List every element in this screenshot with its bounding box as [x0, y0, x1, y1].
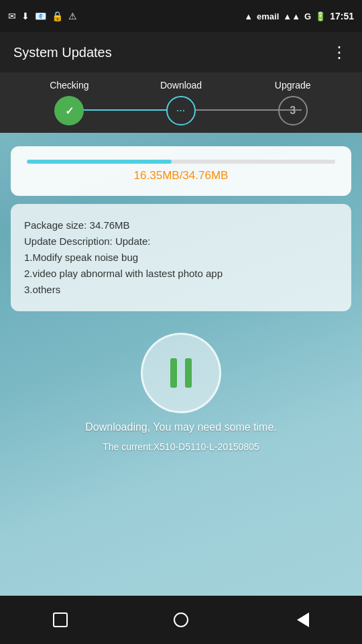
pause-icon: [170, 358, 192, 388]
info-text: Package size: 34.76MB Update Description…: [24, 217, 338, 298]
pause-bar-right: [185, 358, 192, 388]
wifi-icon: ▲: [244, 11, 253, 21]
nav-bar: [0, 596, 362, 644]
step-checking-circle: ✓: [54, 96, 84, 125]
battery-icon: 🔋: [315, 11, 326, 21]
more-menu-button[interactable]: ⋮: [331, 43, 349, 62]
step-download-circle: ···: [166, 96, 196, 125]
step-download-icon: ···: [176, 106, 185, 115]
signal-icon: ▲▲: [283, 11, 300, 21]
nav-back-button[interactable]: [287, 605, 316, 635]
step-upgrade: Upgrade 3: [237, 80, 349, 125]
step-upgrade-circle: 3: [278, 96, 308, 125]
current-version: The current:X510-D5110-L-20150805: [103, 441, 259, 452]
back-icon: [297, 612, 309, 627]
time-display: 17:51: [330, 11, 354, 21]
step-upgrade-label: Upgrade: [275, 80, 311, 91]
g-icon: G: [304, 11, 311, 21]
page-title: System Updates: [13, 45, 112, 60]
step-upgrade-icon: 3: [290, 105, 296, 117]
status-right-icons: ▲ email ▲▲ G 🔋 17:51: [244, 11, 354, 21]
header: System Updates ⋮: [0, 32, 362, 72]
progress-bar-track: [27, 160, 335, 164]
pause-button[interactable]: [141, 333, 221, 413]
email-icon: 📧: [35, 11, 46, 21]
pause-bar-left: [170, 358, 177, 388]
step-checking-label: Checking: [50, 80, 88, 91]
info-card: Package size: 34.76MB Update Description…: [11, 204, 351, 311]
step-download-label: Download: [160, 80, 202, 91]
message-icon: ✉: [8, 11, 16, 21]
square-icon: [53, 612, 68, 627]
downloading-message: Downloading, You may need some time.: [85, 421, 277, 433]
nav-home-button[interactable]: [166, 605, 196, 635]
nav-square-button[interactable]: [46, 605, 75, 635]
progress-card: 16.35MB/34.76MB: [11, 146, 351, 196]
warning-icon: ⚠: [68, 11, 77, 21]
progress-bar-fill: [27, 160, 172, 164]
progress-text: 16.35MB/34.76MB: [134, 169, 229, 182]
step-checking: Checking ✓: [13, 80, 125, 125]
steps-container: Checking ✓ Download ··· Upgrade 3: [0, 72, 362, 133]
network-label: email: [257, 11, 279, 21]
download-icon: ⬇: [21, 11, 29, 21]
lock-icon: 🔒: [52, 11, 63, 21]
status-left-icons: ✉ ⬇ 📧 🔒 ⚠: [8, 11, 77, 21]
step-download: Download ···: [125, 80, 237, 125]
step-checking-icon: ✓: [65, 105, 74, 117]
status-bar: ✉ ⬇ 📧 🔒 ⚠ ▲ email ▲▲ G 🔋 17:51: [0, 0, 362, 32]
circle-icon: [174, 612, 188, 627]
content-area: 16.35MB/34.76MB Package size: 34.76MB Up…: [0, 133, 362, 596]
